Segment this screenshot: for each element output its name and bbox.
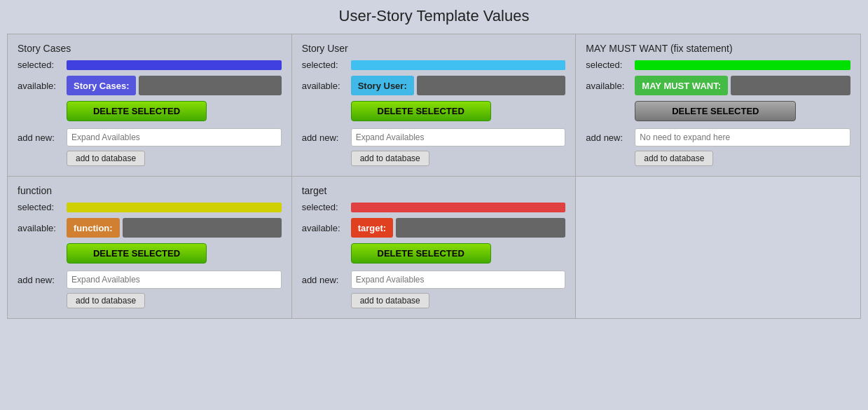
delete-btn-story-cases[interactable]: DELETE SELECTED	[67, 101, 207, 121]
add-db-btn-story-cases[interactable]: add to database	[67, 151, 145, 166]
available-row-function: available: function:	[18, 218, 282, 238]
available-controls-function: function:	[67, 218, 282, 238]
available-extra-story-user	[417, 76, 566, 95]
add-input-target[interactable]	[351, 271, 566, 289]
available-extra-function	[123, 218, 282, 238]
selected-label-function: selected:	[18, 202, 67, 212]
selected-row-function: selected:	[18, 202, 282, 212]
add-db-btn-target[interactable]: add to database	[351, 293, 429, 308]
section-empty	[576, 177, 860, 318]
add-input-story-cases[interactable]	[67, 128, 282, 146]
selected-row-may-must-want: selected:	[586, 60, 850, 70]
selected-bar-may-must-want	[635, 60, 850, 70]
selected-label-target: selected:	[302, 202, 351, 212]
selected-bar-target	[351, 203, 566, 212]
add-new-label-may-must-want: add new:	[586, 132, 635, 143]
add-new-label-story-user: add new:	[302, 132, 351, 143]
available-label-story-cases: available:	[18, 81, 67, 91]
add-db-btn-may-must-want[interactable]: add to database	[635, 151, 713, 166]
add-input-function[interactable]	[67, 271, 282, 289]
available-btn-target[interactable]: target:	[351, 218, 393, 238]
selected-bar-function	[67, 203, 282, 212]
selected-row-story-cases: selected:	[18, 60, 282, 70]
available-extra-may-must-want	[731, 76, 850, 95]
selected-bar-fill-function	[67, 203, 282, 212]
add-row-may-must-want: add new:	[586, 128, 850, 146]
delete-btn-function[interactable]: DELETE SELECTED	[67, 243, 207, 264]
available-btn-story-user[interactable]: Story User:	[351, 76, 414, 95]
add-input-may-must-want[interactable]	[635, 128, 850, 146]
page-wrapper: User-Story Template Values Story Cases s…	[0, 0, 868, 410]
available-label-story-user: available:	[302, 81, 351, 91]
available-label-may-must-want: available:	[586, 81, 635, 91]
section-title-function: function	[18, 185, 282, 196]
add-row-story-cases: add new:	[18, 128, 282, 146]
selected-row-target: selected:	[302, 202, 566, 212]
selected-bar-fill-may-must-want	[635, 60, 850, 70]
section-story-user: Story User selected: available: Story Us…	[292, 34, 577, 177]
available-row-story-user: available: Story User:	[302, 76, 566, 95]
grid-container: Story Cases selected: available: Story C…	[7, 34, 861, 319]
available-btn-function[interactable]: function:	[67, 218, 120, 238]
section-function: function selected: available: function: …	[8, 177, 292, 318]
selected-label-may-must-want: selected:	[586, 60, 635, 70]
add-row-function: add new:	[18, 271, 282, 289]
section-title-target: target	[302, 185, 566, 196]
available-row-target: available: target:	[302, 218, 566, 238]
selected-bar-fill-target	[351, 203, 566, 212]
available-btn-story-cases[interactable]: Story Cases:	[67, 76, 136, 95]
selected-bar-story-user	[351, 60, 566, 70]
section-story-cases: Story Cases selected: available: Story C…	[8, 34, 292, 177]
section-target: target selected: available: target: DELE…	[292, 177, 577, 318]
add-input-story-user[interactable]	[351, 128, 566, 146]
available-row-story-cases: available: Story Cases:	[18, 76, 282, 95]
delete-btn-may-must-want[interactable]: DELETE SELECTED	[635, 101, 796, 121]
add-db-btn-story-user[interactable]: add to database	[351, 151, 429, 166]
section-title-may-must-want: MAY MUST WANT (fix statement)	[586, 43, 850, 54]
section-title-story-user: Story User	[302, 43, 566, 54]
delete-btn-target[interactable]: DELETE SELECTED	[351, 243, 491, 264]
add-row-target: add new:	[302, 271, 566, 289]
available-extra-story-cases	[139, 76, 281, 95]
available-label-function: available:	[18, 223, 67, 233]
selected-bar-fill-story-cases	[67, 60, 282, 70]
selected-row-story-user: selected:	[302, 60, 566, 70]
available-controls-may-must-want: MAY MUST WANT:	[635, 76, 850, 95]
add-row-story-user: add new:	[302, 128, 566, 146]
available-controls-story-user: Story User:	[351, 76, 566, 95]
available-extra-target	[396, 218, 565, 238]
add-db-btn-function[interactable]: add to database	[67, 293, 145, 308]
selected-bar-fill-story-user	[351, 60, 566, 70]
delete-btn-story-user[interactable]: DELETE SELECTED	[351, 101, 491, 121]
available-controls-target: target:	[351, 218, 566, 238]
selected-label-story-user: selected:	[302, 60, 351, 70]
section-may-must-want: MAY MUST WANT (fix statement) selected: …	[576, 34, 860, 177]
available-controls-story-cases: Story Cases:	[67, 76, 282, 95]
selected-bar-story-cases	[67, 60, 282, 70]
section-title-story-cases: Story Cases	[18, 43, 282, 54]
add-new-label-target: add new:	[302, 275, 351, 285]
add-new-label-story-cases: add new:	[18, 132, 67, 143]
page-title: User-Story Template Values	[7, 7, 861, 25]
selected-label-story-cases: selected:	[18, 60, 67, 70]
available-row-may-must-want: available: MAY MUST WANT:	[586, 76, 850, 95]
available-label-target: available:	[302, 223, 351, 233]
available-btn-may-must-want[interactable]: MAY MUST WANT:	[635, 76, 728, 95]
add-new-label-function: add new:	[18, 275, 67, 285]
